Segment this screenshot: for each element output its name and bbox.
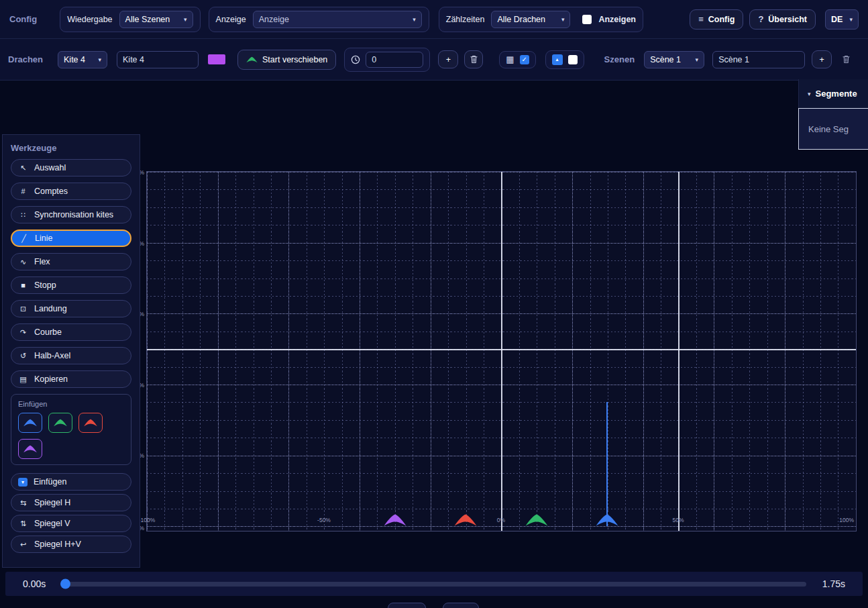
anzeige-label: Anzeige bbox=[216, 15, 246, 24]
mirror-icon: ⇅ bbox=[18, 519, 28, 528]
action-label: Spiegel V bbox=[34, 519, 70, 528]
uebersicht-button[interactable]: ? Übersicht bbox=[749, 9, 816, 30]
tool-stopp[interactable]: ■Stopp bbox=[11, 276, 131, 294]
start-verschieben-button[interactable]: Start verschieben bbox=[237, 50, 336, 70]
tool-comptes[interactable]: #Comptes bbox=[11, 183, 131, 200]
scene-select-value: Scène 1 bbox=[650, 55, 681, 64]
anzeige-select[interactable]: Anzeige ▾ bbox=[253, 11, 422, 28]
chart-highlight-vline bbox=[501, 172, 502, 531]
kite-blue[interactable] bbox=[595, 513, 619, 527]
tool-synchronisation-kites[interactable]: ∷Synchronisation kites bbox=[11, 206, 131, 223]
action-einf-gen[interactable]: ▾Einfügen bbox=[11, 473, 131, 491]
timeline-slider[interactable] bbox=[62, 582, 806, 587]
chevron-down-icon: ▾ bbox=[184, 16, 187, 23]
tools-sidebar: Werkzeuge ↖Auswahl#Comptes∷Synchronisati… bbox=[2, 134, 140, 568]
config-button[interactable]: ≡ Config bbox=[690, 9, 743, 30]
kite-icon bbox=[53, 419, 68, 427]
tool-halb-axel[interactable]: ↺Halb-Axel bbox=[11, 347, 131, 364]
anzeigen-checkbox[interactable] bbox=[582, 15, 592, 24]
help-icon: ? bbox=[758, 15, 763, 23]
delete-scene-button[interactable] bbox=[841, 55, 851, 64]
offset-panel bbox=[344, 48, 430, 72]
tool-kopieren[interactable]: ▤Kopieren bbox=[11, 370, 131, 388]
start-verschieben-label: Start verschieben bbox=[262, 55, 327, 64]
offset-input[interactable] bbox=[366, 52, 423, 68]
chevron-down-icon: ▾ bbox=[413, 16, 416, 23]
insert-kite-green[interactable] bbox=[48, 413, 72, 433]
insert-kite-blue[interactable] bbox=[18, 413, 42, 433]
tool-auswahl[interactable]: ↖Auswahl bbox=[11, 159, 131, 176]
tool-label: Synchronisation kites bbox=[34, 210, 113, 219]
drachen-section-label: Drachen bbox=[8, 54, 43, 64]
zaehlzeiten-group: Zählzeiten Alle Drachen ▾ Anzeigen bbox=[439, 7, 643, 32]
scene-select[interactable]: Scène 1 ▾ bbox=[644, 51, 704, 68]
uebersicht-button-label: Übersicht bbox=[768, 15, 807, 24]
tool-flex[interactable]: ∿Flex bbox=[11, 253, 131, 270]
tool-icon: ↺ bbox=[18, 352, 28, 360]
kite-select-value: Kite 4 bbox=[64, 55, 85, 64]
add-scene-button[interactable]: + bbox=[812, 50, 832, 68]
tool-icon: ∷ bbox=[18, 211, 28, 219]
kite-icon bbox=[23, 419, 38, 427]
grid-icon: ▦ bbox=[506, 55, 514, 64]
delete-kite-button[interactable] bbox=[464, 50, 483, 68]
image-visibility-checkbox[interactable] bbox=[568, 55, 578, 64]
scene-name-input[interactable] bbox=[712, 51, 805, 68]
tools-title: Werkzeuge bbox=[3, 135, 140, 159]
szenen-section-label: Szenen bbox=[604, 54, 635, 64]
tool-icon: ▤ bbox=[18, 375, 28, 384]
tool-label: Comptes bbox=[34, 187, 68, 196]
kite-purple[interactable] bbox=[383, 513, 407, 527]
tool-courbe[interactable]: ↷Courbe bbox=[11, 323, 131, 341]
action-label: Spiegel H+V bbox=[34, 540, 81, 549]
insert-kite-palette bbox=[18, 413, 124, 459]
kite-color-swatch[interactable] bbox=[208, 54, 225, 64]
action-spiegel-v[interactable]: ⇅Spiegel V bbox=[11, 515, 131, 532]
chevron-down-icon: ▾ bbox=[561, 16, 565, 23]
insert-group-label: Einfügen bbox=[18, 400, 124, 408]
segmente-header[interactable]: ▾ Segmente bbox=[798, 79, 868, 108]
zaehlzeiten-select[interactable]: Alle Drachen ▾ bbox=[491, 11, 570, 28]
insert-kite-group: Einfügen bbox=[11, 394, 131, 465]
language-select-value: DE bbox=[831, 15, 843, 24]
kite-name-input[interactable] bbox=[117, 51, 199, 68]
chart-area[interactable]: 100%80%60%40%20%0%-50%0%50%100%-100% bbox=[146, 171, 857, 531]
zaehlzeiten-select-value: Alle Drachen bbox=[497, 15, 545, 24]
grid-toggle-panel: ▦ ✓ bbox=[499, 51, 535, 68]
partial-button[interactable] bbox=[443, 603, 479, 608]
action-label: Spiegel H bbox=[34, 498, 70, 507]
partial-button[interactable] bbox=[388, 603, 426, 608]
tools-list: ↖Auswahl#Comptes∷Synchronisation kites╱L… bbox=[3, 159, 140, 388]
wiedergabe-select[interactable]: Alle Szenen ▾ bbox=[119, 11, 193, 28]
timeline-slider-thumb[interactable] bbox=[60, 579, 70, 589]
tool-icon: ⊡ bbox=[18, 305, 28, 313]
kite-red[interactable] bbox=[453, 513, 478, 527]
chevron-down-icon: ▾ bbox=[849, 16, 853, 23]
insert-kite-red[interactable] bbox=[78, 413, 103, 433]
tool-label: Stopp bbox=[34, 281, 56, 290]
add-kite-button[interactable]: + bbox=[438, 50, 458, 68]
tool-landung[interactable]: ⊡Landung bbox=[11, 300, 131, 317]
anzeige-group: Anzeige Anzeige ▾ bbox=[209, 7, 429, 32]
kite-select[interactable]: Kite 4 ▾ bbox=[58, 51, 107, 68]
grid-visibility-checkbox[interactable]: ✓ bbox=[520, 55, 529, 64]
tools-actions: ▾Einfügen⇆Spiegel H⇅Spiegel V↩Spiegel H+… bbox=[3, 473, 140, 553]
tool-linie[interactable]: ╱Linie bbox=[11, 230, 131, 247]
kite-icon bbox=[246, 56, 258, 63]
kite-green[interactable] bbox=[525, 513, 549, 527]
anzeigen-checkbox-label: Anzeigen bbox=[598, 15, 636, 24]
kite-icon bbox=[453, 513, 478, 527]
kite-trajectory-line bbox=[606, 402, 608, 526]
insert-kite-purple[interactable] bbox=[18, 439, 42, 459]
action-spiegel-h-v[interactable]: ↩Spiegel H+V bbox=[11, 536, 131, 553]
action-spiegel-h[interactable]: ⇆Spiegel H bbox=[11, 494, 131, 511]
kite-icon bbox=[83, 419, 98, 427]
plus-icon: + bbox=[446, 55, 451, 64]
timeline-total-time: 1.75s bbox=[822, 578, 845, 589]
language-select[interactable]: DE ▾ bbox=[825, 9, 859, 30]
kite-icon bbox=[525, 513, 549, 527]
image-icon: ▴ bbox=[552, 54, 563, 65]
action-label: Einfügen bbox=[34, 477, 66, 487]
chart-highlight-hline bbox=[147, 349, 856, 350]
kite-icon bbox=[595, 513, 619, 527]
